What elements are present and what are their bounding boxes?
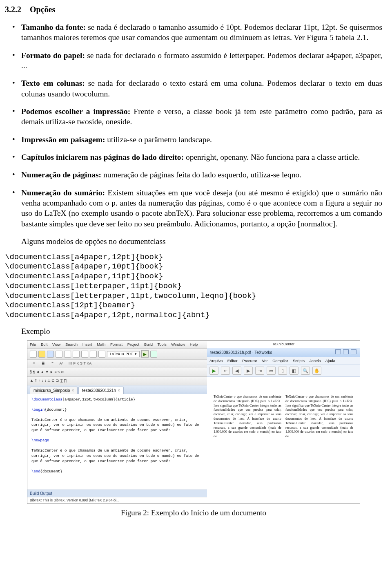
typeset-button[interactable]: ▶ <box>209 367 218 375</box>
fit-page-icon[interactable]: ▯ <box>278 367 287 375</box>
menu-item[interactable]: Compilar <box>272 358 288 363</box>
font-row: H! F K S T KA <box>69 361 91 365</box>
redo-icon[interactable] <box>98 351 105 358</box>
symbol-row-left: § ¶ ◄ ▲ ▼ ► = ≤ ⊂ <box>30 370 64 374</box>
last-page-icon[interactable]: ⇥ <box>255 367 264 375</box>
actual-size-icon[interactable]: ◧ <box>290 367 298 375</box>
editor-content[interactable]: \documentclass[a4paper,12pt,twocolumn]{a… <box>27 394 207 490</box>
menu-item[interactable]: Procurar <box>242 358 257 363</box>
quote-icon[interactable]: ❝ <box>48 361 56 366</box>
close-icon[interactable] <box>351 349 356 354</box>
profile-dropdown[interactable]: LaTeX ⇒ PDF ▾ <box>107 351 140 358</box>
screenshot-mock: File Edit View Search Insert Math Format… <box>27 340 360 503</box>
new-file-icon[interactable] <box>30 351 37 358</box>
menu-item[interactable]: Janela <box>310 358 321 363</box>
section-number: 3.2.2 <box>5 5 21 14</box>
menu-item[interactable]: Ajuda <box>325 358 335 363</box>
section-title: Opções <box>30 5 55 14</box>
tab-label: minicurso_Simposio <box>33 388 70 393</box>
close-icon[interactable]: × <box>71 388 74 393</box>
menu-item[interactable]: Insert <box>82 342 92 347</box>
build-output-header[interactable]: Build Output <box>27 490 207 497</box>
menu-item[interactable]: Format <box>110 342 122 347</box>
build-output-line: BibTeX: This is BibTeX, Version 0.99d (M… <box>27 497 207 503</box>
menu-item[interactable]: Ver <box>262 358 267 363</box>
tab-label: teste2309201321h <box>82 388 116 393</box>
list-icon[interactable]: ≡ <box>30 361 38 366</box>
code-block: \documentclass[a4paper,12pt]{book} \docu… <box>5 253 382 320</box>
list-item: Formato do papel: se nada for declarado … <box>21 50 382 71</box>
menu-item[interactable]: Edit <box>41 342 47 347</box>
list-item: Impressão em paisagem: utiliza-se o parâ… <box>21 134 382 145</box>
minimize-icon[interactable] <box>335 349 341 354</box>
menu-item[interactable]: Build <box>144 342 153 347</box>
close-icon[interactable]: × <box>118 388 120 393</box>
menu-item[interactable]: Scripts <box>293 358 305 363</box>
section-heading: 3.2.2 Opções <box>5 4 382 15</box>
editor-pane: File Edit View Search Insert Math Format… <box>27 341 207 503</box>
tab-item[interactable]: minicurso_Simposio× <box>30 387 78 394</box>
copy-icon[interactable] <box>73 351 80 358</box>
tab-item[interactable]: teste2309201321h× <box>78 387 124 394</box>
menu-item[interactable]: View <box>52 342 60 347</box>
cut-icon[interactable] <box>64 351 71 358</box>
fit-width-icon[interactable]: ▭ <box>267 367 276 375</box>
next-page-icon[interactable]: ▶ <box>244 367 253 375</box>
item-label: Numeração do sumário: <box>21 188 105 197</box>
open-icon[interactable] <box>38 351 45 358</box>
editor-menubar: File Edit View Search Insert Math Format… <box>27 341 207 349</box>
item-text: utiliza-se o parâmetro landscape. <box>107 135 212 144</box>
list-item: Capítulos iniciarem nas páginas do lado … <box>21 152 382 162</box>
save-all-icon[interactable] <box>56 351 62 358</box>
menu-item[interactable]: Math <box>97 342 105 347</box>
viewer-titlebar: teste2309201321h.pdf - TeXworks <box>207 348 360 357</box>
menu-item[interactable]: File <box>30 342 36 347</box>
hand-tool-icon[interactable]: ✋ <box>312 367 321 375</box>
menu-item[interactable]: Tools <box>158 342 167 347</box>
item-label: Capítulos iniciarem nas páginas do lado … <box>21 153 184 161</box>
menu-item[interactable]: Window <box>171 342 185 347</box>
menu-item[interactable]: Project <box>127 342 140 347</box>
item-text: numeração de páginas feita do lado esque… <box>103 170 301 179</box>
menu-item[interactable]: Search <box>65 342 78 347</box>
view-output-icon[interactable] <box>150 351 157 358</box>
item-label: Numeração de páginas: <box>21 170 101 179</box>
first-page-icon[interactable]: ⇤ <box>221 367 230 375</box>
save-icon[interactable] <box>47 351 54 358</box>
undo-icon[interactable] <box>90 351 97 358</box>
figure: File Edit View Search Insert Math Format… <box>5 340 382 518</box>
example-label: Exemplo <box>5 326 382 336</box>
after-list-paragraph: Alguns modelos de opções no documentclas… <box>5 236 382 246</box>
page-column: TeXnicCenter o que chamamos de um ambien… <box>214 395 281 488</box>
prev-page-icon[interactable]: ◀ <box>232 367 241 375</box>
item-label: Formato do papel: <box>21 51 85 60</box>
item-label: Podemos escolher a impressão: <box>21 107 130 116</box>
page-column: TeXnicCenter o que chamamos de um ambien… <box>285 395 353 488</box>
options-list: Tamanho da fonte: se nada é declarado o … <box>5 22 382 229</box>
menu-item[interactable]: Editar <box>227 358 238 363</box>
list-item: Tamanho da fonte: se nada é declarado o … <box>21 22 382 43</box>
editor-toolbar-row4: ▲ ⇑ ↑ ↓ ↕ ⊥ ⊆ ⊇ ∑ ∏ <box>27 377 207 385</box>
item-text: openright, openany. Não funciona para a … <box>186 153 360 161</box>
list-icon[interactable]: ≣ <box>39 361 47 366</box>
editor-toolbar-row2: ≡ ≣ ❝ Aᵃ H! F K S T KA <box>27 360 207 368</box>
build-button[interactable]: ▶ <box>141 350 149 358</box>
viewer-toolbar: ▶ ⇤ ◀ ▶ ⇥ ▭ ▯ ◧ 🔍 ✋ <box>207 365 360 377</box>
paste-icon[interactable] <box>81 351 88 358</box>
editor-toolbar-row3: § ¶ ◄ ▲ ▼ ► = ≤ ⊂ <box>27 368 207 377</box>
editor-toolbar: LaTeX ⇒ PDF ▾ ▶ <box>27 349 207 360</box>
list-item: Podemos escolher a impressão: Frente e v… <box>21 106 382 127</box>
viewer-title: teste2309201321h.pdf - TeXworks <box>210 350 272 355</box>
viewer-pane: TeXnicCenter teste2309201321h.pdf - TeXw… <box>207 341 360 503</box>
viewer-app-label: TeXnicCenter <box>207 341 360 348</box>
zoom-tool-icon[interactable]: 🔍 <box>301 367 310 375</box>
maximize-icon[interactable] <box>343 349 349 354</box>
editor-tabs: minicurso_Simposio× teste2309201321h× <box>27 385 207 394</box>
viewer-page: TeXnicCenter o que chamamos de um ambien… <box>207 377 360 491</box>
menu-item[interactable]: Arquivo <box>209 358 223 363</box>
figure-caption: Figura 2: Exemplo do Início de um docume… <box>5 508 382 518</box>
viewer-menubar: Arquivo Editar Procurar Ver Compilar Scr… <box>207 357 360 365</box>
superscript-icon[interactable]: Aᵃ <box>58 361 66 366</box>
list-item: Numeração do sumário: Existem situações … <box>21 188 382 229</box>
menu-item[interactable]: Help <box>190 342 198 347</box>
